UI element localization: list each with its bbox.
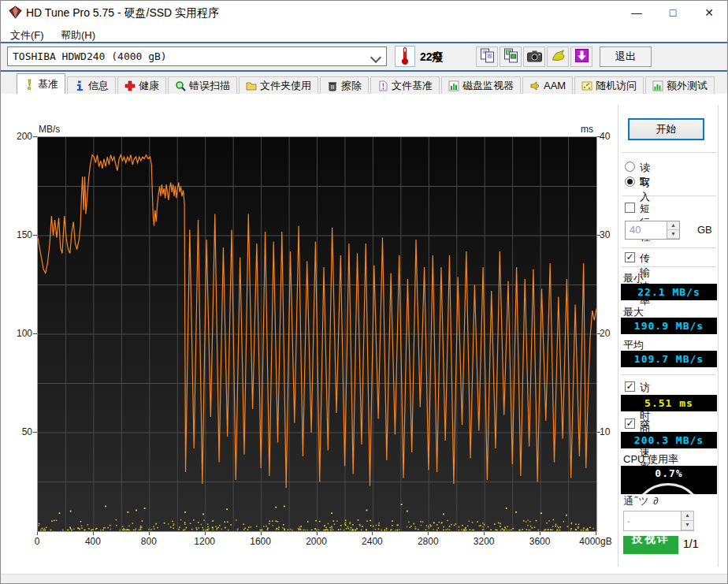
tab-label: 健康: [139, 79, 159, 93]
tab-folder-usage[interactable]: 文件夹使用: [239, 76, 318, 94]
x-tick-label: 3600: [516, 536, 563, 547]
temperature-value: 22癈: [420, 50, 444, 65]
checkbox-checked-icon: ✓: [625, 381, 635, 392]
panel-separator: [718, 105, 719, 567]
tab-file-benchmark[interactable]: 文件基准: [370, 76, 440, 94]
app-icon: [9, 6, 22, 22]
temperature-button[interactable]: [395, 46, 415, 67]
drive-select[interactable]: TOSHIBA HDWD240 (4000 gB): [7, 46, 387, 66]
thermometer-icon: [400, 54, 410, 68]
gauge-arc-icon: [632, 483, 704, 494]
spin-up-icon[interactable]: ▲: [667, 221, 679, 230]
disk-monitor-icon: [448, 80, 459, 91]
download-icon: [574, 48, 590, 66]
tab-bar: 基准信息健康错误扫描文件夹使用擦除文件基准磁盘监视器AAM随机访问额外测试: [1, 72, 727, 94]
spinner-buttons[interactable]: ▲▼: [681, 511, 693, 530]
tab-erase[interactable]: 擦除: [320, 76, 369, 94]
x-tick-label: 4000gB: [572, 536, 619, 547]
bottom-spinner[interactable]: ˖ ▲▼: [623, 511, 694, 531]
aam-icon: [529, 80, 540, 91]
tab-label: 信息: [88, 79, 109, 93]
tab-disk-monitor[interactable]: 磁盘监视器: [441, 76, 521, 94]
panel-separator: [622, 374, 716, 375]
y-left-tick-label: 200: [10, 131, 32, 142]
close-button[interactable]: ✕: [691, 1, 727, 24]
bottom-spinner-value: ˖: [624, 511, 681, 530]
x-tick-label: 2400: [348, 536, 396, 547]
error-scan-icon: [175, 80, 186, 91]
status-badge: 技视详: [623, 536, 678, 554]
maximize-button[interactable]: □: [655, 1, 691, 24]
tab-label: 随机访问: [596, 79, 637, 93]
y-left-tick-label: 100: [10, 328, 32, 339]
status-badge-text: 技视详: [623, 536, 678, 546]
window-title: HD Tune Pro 5.75 - 硬盘/SSD 实用程序: [26, 6, 219, 20]
panel-separator: [622, 152, 716, 153]
menu-bar: 文件(F) 帮助(H): [1, 24, 727, 42]
panel-separator: [622, 266, 716, 267]
export-button[interactable]: [547, 46, 569, 67]
start-button[interactable]: 开始: [628, 118, 704, 140]
file-benchmark-icon: [377, 80, 388, 91]
tab-label: AAM: [544, 80, 566, 91]
tab-label: 错误扫描: [189, 79, 230, 93]
x-tick-label: 2000: [293, 536, 340, 547]
tab-error-scan[interactable]: 错误扫描: [168, 76, 237, 94]
min-value-display: 22.1 MB/s: [621, 284, 717, 300]
info-icon: [74, 80, 85, 91]
toolbar: TOSHIBA HDWD240 (4000 gB) 22癈 退出: [1, 43, 727, 70]
x-tick-label: 3200: [460, 536, 507, 547]
download-button[interactable]: [570, 46, 592, 67]
max-value-display: 190.9 MB/s: [621, 318, 717, 334]
spin-down-icon[interactable]: ▼: [667, 230, 679, 239]
x-tick-label: 0: [13, 536, 61, 547]
title-bar: HD Tune Pro 5.75 - 硬盘/SSD 实用程序 — □ ✕: [1, 1, 727, 24]
cpu-usage-label: CPU 使用率: [623, 452, 678, 467]
extra-tests-icon: [652, 80, 663, 91]
benchmark-icon: [24, 79, 35, 90]
copy-text-button[interactable]: [476, 46, 498, 67]
chevron-down-icon: [370, 52, 381, 63]
x-tick-label: 800: [125, 536, 173, 547]
y-right-axis-title: ms: [571, 124, 593, 135]
y-left-axis-title: MB/s: [39, 124, 60, 135]
panel-separator: [622, 195, 716, 196]
exit-button[interactable]: 退出: [600, 46, 652, 67]
page-indicator: 1/1: [683, 538, 698, 550]
radio-icon: [625, 162, 635, 172]
tab-random-access[interactable]: 随机访问: [574, 76, 644, 94]
spin-up-icon[interactable]: ▲: [682, 511, 693, 521]
health-icon: [124, 80, 136, 91]
tab-label: 额外测试: [667, 79, 708, 93]
tab-benchmark[interactable]: 基准: [17, 73, 65, 94]
radio-selected-icon: [625, 177, 635, 187]
x-tick-label: 1200: [181, 536, 228, 547]
panel-separator: [622, 247, 716, 248]
spinner-buttons[interactable]: ▲▼: [667, 221, 679, 239]
checkbox-checked-icon: ✓: [625, 252, 635, 262]
write-radio-label: 写入: [640, 176, 650, 204]
minimize-button[interactable]: —: [618, 1, 655, 24]
tab-label: 磁盘监视器: [462, 79, 514, 93]
copy-image-button[interactable]: [500, 46, 522, 67]
camera-icon: [526, 48, 543, 66]
tab-aam[interactable]: AAM: [522, 76, 573, 94]
spin-down-icon[interactable]: ▼: [682, 521, 693, 530]
x-tick-label: 2800: [404, 536, 451, 547]
tab-info[interactable]: 信息: [67, 76, 116, 94]
copy-text-icon: [479, 48, 496, 66]
capacity-spinner[interactable]: 40 ▲▼: [625, 221, 680, 240]
tab-label: 擦除: [341, 79, 362, 93]
x-tick-label: 1600: [237, 536, 284, 547]
window-bottom-strip: [1, 574, 727, 584]
tab-extra-tests[interactable]: 额外测试: [645, 76, 715, 94]
tab-health[interactable]: 健康: [117, 76, 166, 94]
tab-label: 文件夹使用: [260, 79, 311, 93]
capacity-unit-label: GB: [697, 224, 712, 236]
checkbox-checked-icon: ✓: [625, 418, 635, 429]
camera-button[interactable]: [523, 46, 545, 67]
plot-canvas: [38, 137, 596, 531]
checkbox-icon: [625, 203, 635, 213]
y-left-tick-label: 150: [10, 229, 32, 240]
erase-icon: [327, 80, 338, 91]
